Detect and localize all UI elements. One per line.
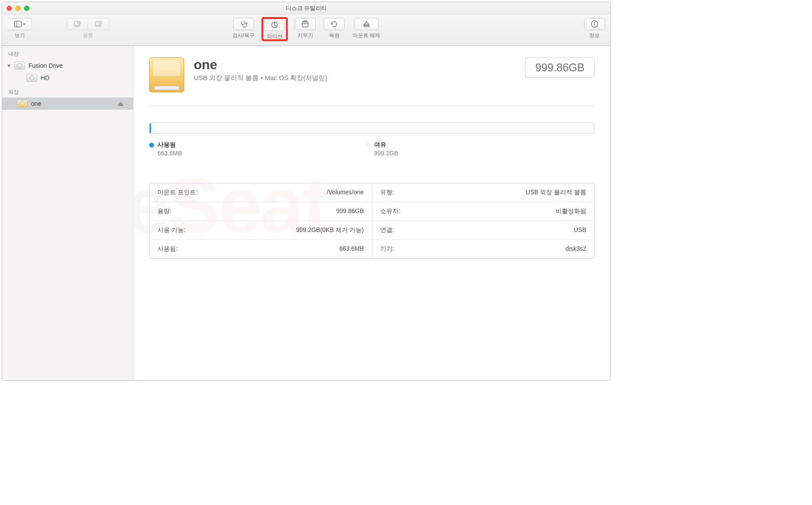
- restore-label: 복원: [329, 32, 340, 39]
- usage-legend: 사용됨 663.6MB 여유 999.2GB: [149, 141, 595, 157]
- info-row: 마운트 포인트:/Volumes/one: [150, 183, 372, 202]
- svg-point-11: [245, 23, 247, 24]
- free-value: 999.2GB: [374, 150, 398, 157]
- volume-add-button: [67, 18, 88, 30]
- unmount-button[interactable]: [354, 18, 379, 30]
- sidebar-item-one[interactable]: one ⏏: [2, 98, 133, 110]
- close-button[interactable]: [7, 6, 12, 11]
- minimize-button[interactable]: [15, 6, 21, 11]
- sidebar-item-label: HD: [41, 74, 49, 81]
- used-value: 663.6MB: [158, 150, 182, 157]
- traffic-lights: [7, 6, 29, 11]
- svg-marker-17: [364, 21, 369, 25]
- external-disk-icon: [17, 100, 28, 108]
- info-row: 소유자:비활성화됨: [372, 202, 595, 221]
- content-pane: one USB 외장 물리적 볼륨 • Mac OS 확장(저널링) 999.8…: [133, 46, 610, 380]
- info-table: 마운트 포인트:/Volumes/one 용량:999.86GB 사용 가능:9…: [149, 183, 595, 259]
- disk-utility-window: OneSeat 디스크 유틸리티 ▾ 보기: [2, 2, 611, 381]
- disk-icon: [14, 62, 25, 70]
- partition-icon: [270, 21, 279, 29]
- sidebar-item-hd[interactable]: HD: [2, 72, 133, 84]
- view-label: 보기: [14, 32, 25, 39]
- used-swatch: [149, 143, 154, 147]
- info-row: 유형:USB 외장 물리적 볼륨: [372, 183, 595, 202]
- toolbar: ▾ 보기 볼륨 검사/복구: [2, 14, 610, 46]
- disclosure-triangle-icon[interactable]: ▼: [7, 63, 11, 68]
- disk-icon: [27, 74, 37, 82]
- volume-subtitle: USB 외장 물리적 볼륨 • Mac OS 확장(저널링): [194, 74, 327, 82]
- first-aid-button[interactable]: [233, 18, 254, 30]
- info-label: 정보: [589, 32, 600, 39]
- svg-rect-15: [302, 22, 308, 27]
- volume-remove-icon: [94, 20, 103, 28]
- info-row: 사용됨:663.6MB: [150, 240, 372, 258]
- info-row: 사용 가능:999.2GB(0KB 제거 가능): [150, 221, 372, 240]
- partition-label: 파티션: [267, 33, 283, 40]
- info-icon: [590, 20, 599, 28]
- sidebar-item-label: Fusion Drive: [28, 62, 63, 69]
- sidebar: 내장 ▼ Fusion Drive HD 외장 one ⏏: [2, 46, 133, 380]
- zoom-button[interactable]: [24, 6, 29, 11]
- chevron-down-icon: ▾: [23, 22, 25, 26]
- toolbar-view-group: ▾ 보기: [7, 18, 32, 39]
- svg-rect-18: [364, 25, 369, 27]
- used-label: 사용됨: [158, 141, 176, 149]
- info-col-left: 마운트 포인트:/Volumes/one 용량:999.86GB 사용 가능:9…: [150, 183, 372, 258]
- svg-point-21: [594, 22, 595, 23]
- svg-rect-0: [15, 21, 21, 27]
- sidebar-item-label: one: [31, 100, 41, 107]
- volume-label: 볼륨: [83, 32, 93, 39]
- restore-button[interactable]: [324, 18, 345, 30]
- partition-button[interactable]: [264, 19, 285, 31]
- first-aid-label: 검사/복구: [232, 32, 255, 39]
- sidebar-external-header: 외장: [2, 84, 133, 98]
- sidebar-item-fusion-drive[interactable]: ▼ Fusion Drive: [2, 60, 133, 72]
- svg-rect-16: [304, 21, 307, 22]
- stethoscope-icon: [239, 20, 248, 28]
- eject-icon[interactable]: ⏏: [118, 100, 123, 107]
- info-button[interactable]: [584, 18, 605, 30]
- view-button[interactable]: ▾: [7, 18, 32, 30]
- volume-name: one: [194, 57, 327, 72]
- svg-rect-8: [95, 25, 101, 27]
- free-swatch: [366, 143, 371, 147]
- volume-size-badge: 999.86GB: [525, 57, 595, 78]
- svg-line-14: [275, 25, 277, 26]
- svg-rect-3: [74, 25, 80, 27]
- info-row: 연결:USB: [372, 221, 595, 240]
- usage-bar: [149, 123, 595, 134]
- erase-button[interactable]: [295, 18, 316, 30]
- erase-label: 지우기: [298, 32, 313, 39]
- window-title: 디스크 유틸리티: [286, 4, 327, 12]
- info-row: 용량:999.86GB: [150, 202, 372, 221]
- toolbar-volume-group: 볼륨: [67, 18, 109, 39]
- sidebar-icon: [14, 20, 22, 28]
- erase-icon: [301, 20, 310, 28]
- titlebar: 디스크 유틸리티: [2, 2, 610, 14]
- volume-add-icon: [73, 20, 82, 28]
- usage-bar-used: [150, 123, 151, 133]
- volume-remove-button: [88, 18, 109, 30]
- volume-icon: [149, 57, 184, 92]
- unmount-label: 마운트 해제: [353, 32, 380, 39]
- eject-icon: [362, 20, 371, 28]
- free-label: 여유: [374, 141, 386, 149]
- info-row: 기기:disk3s2: [372, 240, 595, 258]
- sidebar-internal-header: 내장: [2, 46, 133, 60]
- restore-icon: [330, 20, 339, 28]
- info-col-right: 유형:USB 외장 물리적 볼륨 소유자:비활성화됨 연결:USB 기기:dis…: [372, 183, 595, 258]
- volume-header: one USB 외장 물리적 볼륨 • Mac OS 확장(저널링) 999.8…: [149, 57, 595, 106]
